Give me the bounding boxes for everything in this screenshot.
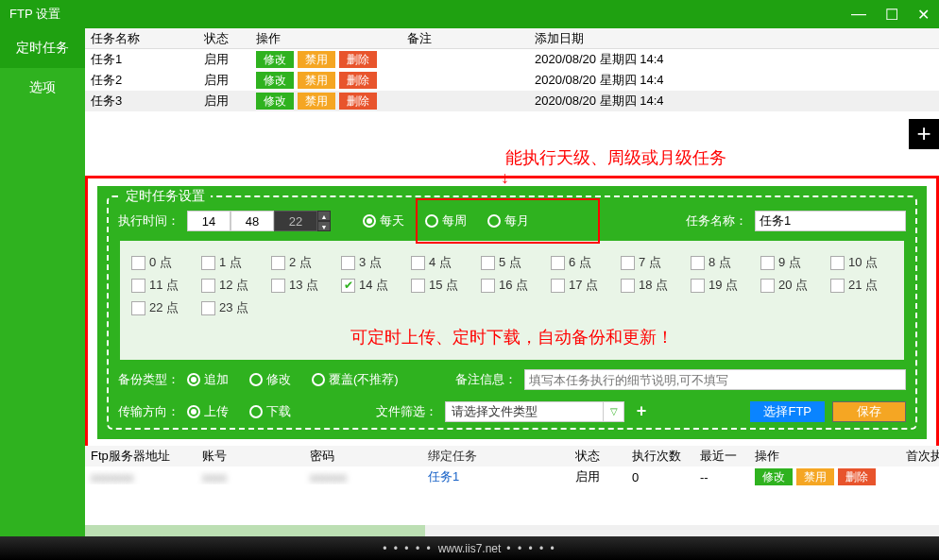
disable-button[interactable]: 禁用	[298, 51, 335, 68]
table-row[interactable]: xxxxxxx xxxx xxxxxx 任务1 启用 0 -- 修改 禁用 删除	[85, 467, 939, 487]
hour-checkbox[interactable]: 16 点	[481, 277, 541, 294]
hour-checkbox[interactable]: 10 点	[830, 254, 891, 271]
delete-button[interactable]: 删除	[339, 93, 377, 110]
backup-modify-radio[interactable]: 修改	[249, 371, 291, 388]
hour-checkbox[interactable]: 2 点	[271, 254, 332, 271]
checkbox-icon[interactable]	[760, 256, 775, 270]
checkbox-icon[interactable]	[481, 256, 495, 270]
hour-checkbox[interactable]: 14 点	[341, 277, 401, 294]
hour-checkbox[interactable]: 6 点	[551, 254, 611, 271]
filter-select[interactable]: 请选择文件类型 ▽	[445, 401, 624, 422]
checkbox-icon[interactable]	[201, 256, 215, 270]
checkbox-icon[interactable]	[691, 279, 705, 293]
checkbox-icon[interactable]	[481, 279, 495, 293]
dir-upload-radio[interactable]: 上传	[187, 403, 229, 420]
horizontal-scrollbar[interactable]	[85, 525, 939, 536]
hour-checkbox[interactable]: 3 点	[341, 254, 401, 271]
edit-button[interactable]: 修改	[755, 468, 793, 485]
checkbox-icon[interactable]	[201, 279, 215, 293]
th-status: 状态	[570, 448, 626, 465]
th-first: 首次执	[900, 448, 939, 465]
second-input[interactable]	[274, 211, 317, 231]
checkbox-icon[interactable]	[411, 256, 425, 270]
checkbox-icon[interactable]	[131, 256, 145, 270]
filter-label: 文件筛选：	[376, 403, 437, 420]
delete-button[interactable]: 删除	[339, 51, 377, 68]
checkbox-icon[interactable]	[621, 256, 635, 270]
checkbox-icon[interactable]	[271, 256, 285, 270]
checkbox-icon[interactable]	[621, 279, 635, 293]
dir-label: 传输方向：	[118, 403, 179, 420]
hour-checkbox[interactable]: 21 点	[830, 277, 891, 294]
backup-overwrite-radio[interactable]: 覆盖(不推荐)	[312, 371, 399, 388]
close-icon[interactable]: ✕	[917, 6, 930, 24]
checkbox-icon[interactable]	[551, 279, 565, 293]
edit-button[interactable]: 修改	[256, 72, 294, 89]
hour-checkbox[interactable]: 17 点	[551, 277, 611, 294]
chevron-down-icon[interactable]: ▽	[603, 402, 623, 421]
task-name-input[interactable]	[755, 211, 906, 231]
hour-checkbox[interactable]: 11 点	[131, 277, 192, 294]
hour-checkbox[interactable]: 8 点	[691, 254, 751, 271]
table-row[interactable]: 任务1 启用 修改 禁用 删除 2020/08/20 星期四 14:4	[85, 49, 939, 70]
edit-button[interactable]: 修改	[256, 93, 294, 110]
checkbox-icon[interactable]	[830, 256, 845, 270]
hour-checkbox[interactable]: 0 点	[131, 254, 192, 271]
add-task-button[interactable]: +	[909, 119, 939, 149]
table-row[interactable]: 任务3 启用 修改 禁用 删除 2020/08/20 星期四 14:4	[85, 91, 939, 111]
save-button[interactable]: 保存	[832, 401, 906, 422]
disable-button[interactable]: 禁用	[298, 93, 335, 110]
checkbox-icon[interactable]	[341, 256, 355, 270]
checkbox-icon[interactable]	[830, 279, 845, 293]
checkbox-icon[interactable]	[131, 279, 145, 293]
time-spinner[interactable]: ▲▼	[187, 211, 331, 231]
checkbox-icon[interactable]	[271, 279, 285, 293]
hour-checkbox[interactable]: 1 点	[201, 254, 262, 271]
hour-checkbox[interactable]: 5 点	[481, 254, 541, 271]
spin-up-icon[interactable]: ▲	[317, 211, 331, 221]
hour-checkbox[interactable]: 23 点	[201, 299, 262, 316]
freq-monthly-radio[interactable]: 每月	[487, 212, 529, 229]
hour-checkbox[interactable]: 18 点	[621, 277, 681, 294]
checkbox-icon[interactable]	[341, 279, 355, 293]
backup-label: 备份类型：	[118, 371, 179, 388]
tab-options[interactable]: 选项	[0, 68, 85, 108]
hour-checkbox[interactable]: 13 点	[271, 277, 332, 294]
hour-checkbox[interactable]: 20 点	[760, 277, 821, 294]
th-bind: 绑定任务	[422, 448, 570, 465]
checkbox-icon[interactable]	[201, 301, 215, 315]
checkbox-icon[interactable]	[551, 256, 565, 270]
delete-button[interactable]: 删除	[838, 468, 876, 485]
hour-checkbox[interactable]: 12 点	[201, 277, 262, 294]
maximize-icon[interactable]: ☐	[885, 6, 898, 24]
checkbox-icon[interactable]	[760, 279, 775, 293]
hour-checkbox[interactable]: 4 点	[411, 254, 471, 271]
th-date: 添加日期	[529, 30, 939, 47]
hour-checkbox[interactable]: 22 点	[131, 299, 192, 316]
minute-input[interactable]	[230, 211, 274, 231]
checkbox-icon[interactable]	[691, 256, 705, 270]
freq-daily-radio[interactable]: 每天	[363, 212, 404, 229]
hour-input[interactable]	[187, 211, 230, 231]
disable-button[interactable]: 禁用	[796, 468, 834, 485]
backup-append-radio[interactable]: 追加	[187, 371, 229, 388]
spin-down-icon[interactable]: ▼	[317, 221, 331, 231]
table-row[interactable]: 任务2 启用 修改 禁用 删除 2020/08/20 星期四 14:4	[85, 70, 939, 91]
edit-button[interactable]: 修改	[256, 51, 294, 68]
tab-scheduled[interactable]: 定时任务	[0, 28, 85, 68]
hour-checkbox[interactable]: 7 点	[621, 254, 681, 271]
delete-button[interactable]: 删除	[339, 72, 377, 89]
hour-checkbox[interactable]: 15 点	[411, 277, 471, 294]
hour-checkbox[interactable]: 9 点	[760, 254, 821, 271]
minimize-icon[interactable]: —	[851, 6, 866, 24]
freq-weekly-radio[interactable]: 每周	[425, 212, 467, 229]
checkbox-icon[interactable]	[131, 301, 145, 315]
disable-button[interactable]: 禁用	[298, 72, 335, 89]
checkbox-icon[interactable]	[411, 279, 425, 293]
remark-input[interactable]	[524, 369, 906, 390]
choose-ftp-button[interactable]: 选择FTP	[750, 401, 825, 422]
add-filter-button[interactable]: +	[632, 402, 651, 421]
th-name: 任务名称	[85, 30, 198, 47]
hour-checkbox[interactable]: 19 点	[691, 277, 751, 294]
dir-download-radio[interactable]: 下载	[249, 403, 291, 420]
